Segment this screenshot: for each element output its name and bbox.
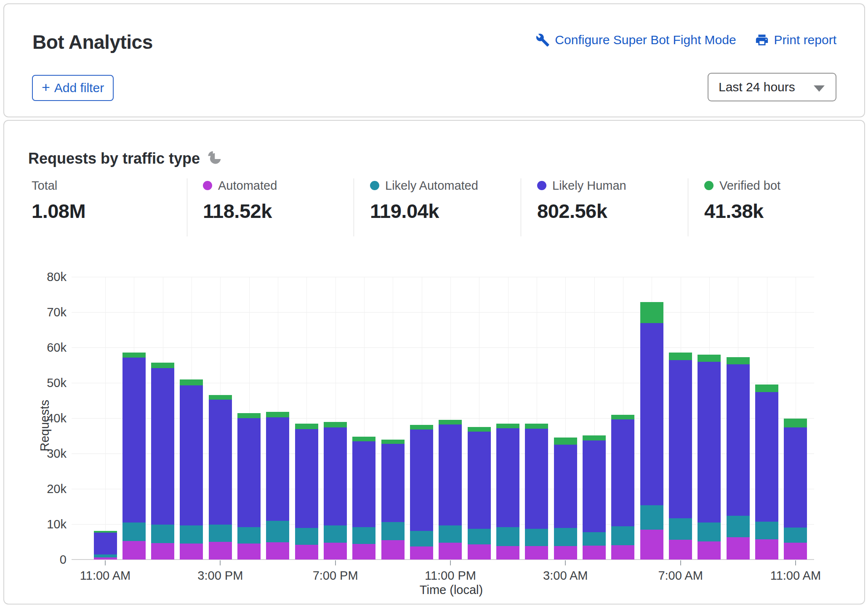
bar-segment-likely-automated [209,525,232,542]
stat-total-label: Total [32,179,57,193]
likely-human-dot-icon [537,181,546,190]
bar-segment-verified-bot [439,420,462,424]
bar-segment-likely-automated [324,525,347,542]
stacked-bar-hour-17[interactable] [583,435,606,560]
bar-segment-automated [554,546,577,560]
bar-segment-automated [439,543,462,560]
stat-likely-automated[interactable]: Likely Automated 119.04k [370,178,478,223]
bar-segment-automated [295,545,318,560]
stacked-bar-hour-6[interactable] [266,412,289,560]
bar-segment-likely-automated [496,527,519,546]
stacked-bar-hour-22[interactable] [727,357,750,560]
stacked-bar-hour-9[interactable] [352,437,375,560]
stat-verified-bot[interactable]: Verified bot 41.38k [704,178,780,223]
bar-segment-verified-bot [755,385,778,392]
bar-segment-likely-human [439,424,462,525]
configure-link-label: Configure Super Bot Fight Mode [555,33,736,47]
bar-segment-likely-human [352,441,375,527]
stacked-bar-hour-11[interactable] [410,425,433,560]
stacked-bar-hour-16[interactable] [554,438,577,560]
bar-segment-verified-bot [266,412,289,417]
stacked-bar-hour-14[interactable] [496,424,519,560]
stacked-bar-hour-2[interactable] [151,363,174,560]
header-links: Configure Super Bot Fight Mode Print rep… [535,33,836,47]
pie-chart-icon [208,151,222,167]
bar-segment-likely-automated [295,528,318,545]
bar-segment-automated [611,545,634,560]
stacked-bar-hour-20[interactable] [669,353,692,560]
bar-segment-verified-bot [468,427,491,432]
stacked-bar-hour-13[interactable] [468,427,491,560]
bar-segment-likely-automated [237,527,261,544]
bar-segment-automated [209,542,232,560]
bar-segment-verified-bot [151,363,174,368]
bar-segment-automated [266,542,289,560]
stacked-bar-hour-1[interactable] [122,353,146,560]
bar-segment-likely-human [324,427,347,526]
bar-segment-automated [784,543,807,560]
stacked-bar-hour-23[interactable] [755,385,778,560]
bar-segment-likely-automated [698,522,721,541]
bar-segment-likely-human [525,429,548,529]
bar-segment-likely-human [611,419,634,526]
add-filter-button[interactable]: + Add filter [32,75,114,101]
stat-likely-human[interactable]: Likely Human 802.56k [537,178,626,223]
divider [354,178,354,236]
bar-segment-likely-human [94,533,117,554]
traffic-type-legend: Total 1.08M Automated 118.52k Likely Aut… [0,178,868,237]
stacked-bar-hour-5[interactable] [237,413,261,560]
print-report-link[interactable]: Print report [755,33,836,47]
stacked-bar-hour-0[interactable] [94,531,117,560]
bar-segment-automated [496,546,519,560]
bar-segment-verified-bot [295,424,318,429]
stacked-bar-hour-18[interactable] [611,415,634,560]
bar-segment-verified-bot [727,357,750,365]
bar-segment-automated [94,557,117,560]
bar-segment-verified-bot [410,425,433,430]
stacked-bar-hour-3[interactable] [180,379,203,560]
bar-segment-likely-human [209,400,232,525]
section-title-row: Requests by traffic type [28,150,222,167]
stat-automated[interactable]: Automated 118.52k [203,178,277,223]
bar-segment-verified-bot [122,353,146,358]
bar-segment-automated [669,540,692,560]
bar-segment-likely-human [727,364,750,516]
page-title: Bot Analytics [32,31,153,53]
stacked-bar-hour-4[interactable] [209,395,232,560]
divider [521,178,521,236]
stacked-bar-hour-15[interactable] [525,424,548,560]
stacked-bar-hour-10[interactable] [381,440,405,560]
bar-segment-automated [237,544,261,560]
stat-verified-bot-value: 41.38k [704,199,780,223]
stat-likely-human-label: Likely Human [552,179,626,193]
bar-segment-likely-human [468,432,491,529]
bar-segment-automated [583,546,606,560]
stacked-bar-hour-7[interactable] [295,424,318,560]
bar-segment-likely-automated [554,528,577,546]
stacked-bar-hour-21[interactable] [698,355,721,560]
bar-segment-verified-bot [640,302,663,323]
bar-segment-likely-automated [439,525,462,542]
plus-icon: + [42,79,50,95]
bar-segment-automated [755,539,778,560]
bar-segment-likely-automated [583,532,606,546]
bar-segment-verified-bot [209,395,232,400]
bar-segment-verified-bot [554,438,577,445]
stat-automated-value: 118.52k [203,199,277,223]
bar-segment-likely-automated [151,525,174,544]
bar-segment-automated [410,546,433,560]
stacked-bar-hour-8[interactable] [324,422,347,560]
bar-segment-likely-automated [94,554,117,557]
bar-segment-automated [468,544,491,560]
bar-segment-likely-automated [410,531,433,546]
bar-segment-verified-bot [180,379,203,385]
stacked-bar-hour-19[interactable] [640,302,663,560]
bar-segment-likely-human [669,360,692,518]
stacked-bar-hour-12[interactable] [439,420,462,560]
time-range-dropdown[interactable]: Last 24 hours [708,73,836,101]
stacked-bar-hour-24[interactable] [784,419,807,560]
bar-segment-likely-human [554,445,577,528]
configure-super-bot-fight-mode-link[interactable]: Configure Super Bot Fight Mode [535,33,736,47]
bar-segment-verified-bot [611,415,634,419]
bar-segment-likely-automated [352,527,375,544]
